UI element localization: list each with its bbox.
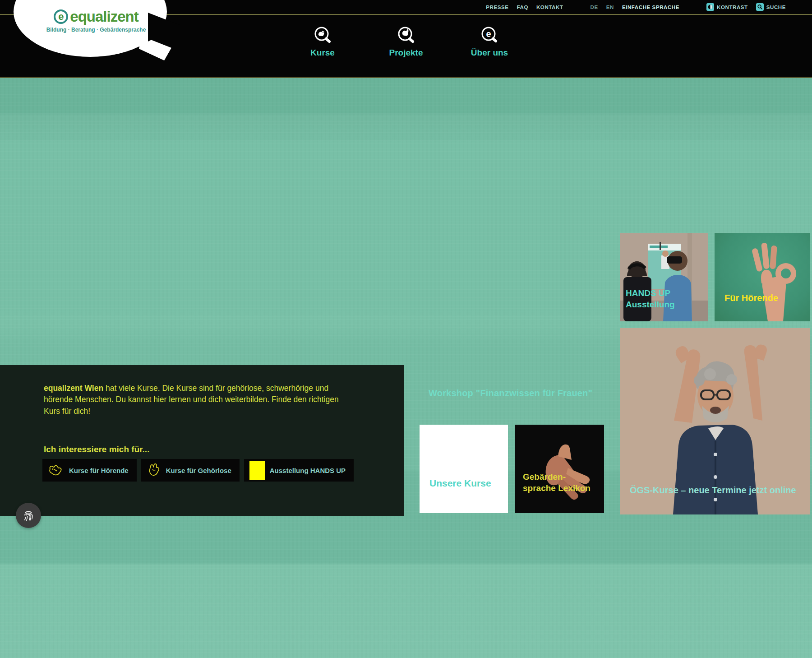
contrast-toggle[interactable]: KONTRAST	[706, 3, 748, 11]
nav-label-projekte: Projekte	[389, 48, 423, 58]
equalizent-homepage: PRESSE FAQ KONTAKT DE EN EINFACHE SPRACH…	[0, 0, 812, 658]
fingerprint-icon	[22, 509, 35, 522]
contrast-label: KONTRAST	[717, 5, 748, 10]
workshop-finanzwissen-link[interactable]: Workshop "Finanzwissen für Frauen"	[429, 388, 592, 399]
tile-label: Unsere Kurse	[429, 477, 491, 490]
header-divider-bottom	[0, 77, 812, 78]
filter-ausstellung-hands-up[interactable]: Ausstellung HANDS UP	[244, 459, 354, 482]
nav-item-projekte[interactable]: Projekte	[381, 26, 431, 58]
tile-label-line2: Ausstellung	[626, 299, 675, 310]
search-label: SUCHE	[766, 5, 786, 10]
yellow-square-icon	[249, 461, 265, 480]
tile-fuer-hoerende[interactable]: Für Hörende	[715, 233, 810, 321]
language-de[interactable]: DE	[591, 5, 598, 10]
tile-label: ÖGS-Kurse – neue Termine jetzt online	[630, 484, 796, 496]
hearing-hand-icon	[48, 463, 64, 477]
filter-label: Kurse für Hörende	[69, 467, 129, 474]
tile-gebaerdensprache-lexikon[interactable]: Gebärden- sprache Lexikon	[515, 425, 604, 513]
nav-label-kurse: Kurse	[310, 48, 335, 58]
intro-lead-bold: equalizent Wien	[44, 384, 103, 393]
interest-filter-row: Kurse für Hörende Kurse für Gehörlose Au…	[42, 459, 354, 482]
svg-text:e: e	[486, 29, 491, 39]
nav-label-ueber-uns: Über uns	[471, 48, 508, 58]
site-header: PRESSE FAQ KONTAKT DE EN EINFACHE SPRACH…	[0, 0, 812, 78]
utility-link-presse[interactable]: PRESSE	[486, 5, 508, 10]
intro-paragraph: equalizent Wien hat viele Kurse. Die Kur…	[44, 383, 339, 417]
tile-label-line1: Gebärden-	[523, 471, 591, 483]
filter-label: Kurse für Gehörlose	[166, 467, 231, 474]
intro-panel: equalizent Wien hat viele Kurse. Die Kur…	[0, 365, 404, 516]
utility-link-kontakt[interactable]: KONTAKT	[536, 5, 563, 10]
filter-kurse-fuer-gehoerlose[interactable]: Kurse für Gehörlose	[141, 459, 240, 482]
ok-hand-gesture-photo	[715, 233, 810, 321]
tile-label: Für Hörende	[724, 292, 778, 304]
main-navigation: Kurse Projekte e Über uns	[298, 26, 514, 58]
tile-label-line1: HANDS UP	[626, 287, 675, 299]
search-button[interactable]: SUCHE	[756, 3, 786, 11]
utility-link-faq[interactable]: FAQ	[517, 5, 528, 10]
tile-hands-up-ausstellung[interactable]: HANDS UP Ausstellung	[620, 233, 708, 321]
deaf-signing-hand-icon	[147, 463, 161, 478]
tile-label: Gebärden- sprache Lexikon	[523, 471, 591, 494]
logo-equalizent[interactable]: e equalizent Bildung · Beratung · Gebärd…	[13, 0, 175, 62]
filter-label: Ausstellung HANDS UP	[270, 467, 346, 474]
nav-item-ueber-uns[interactable]: e Über uns	[465, 26, 514, 58]
signing-hands-photo	[515, 425, 604, 513]
nav-item-kurse[interactable]: Kurse	[298, 26, 347, 58]
language-en[interactable]: EN	[606, 5, 614, 10]
projects-hand-icon	[397, 26, 415, 45]
logo-tagline: Bildung · Beratung · Gebärdensprache	[46, 27, 146, 33]
hero-section: equalizent Wien hat viele Kurse. Die Kur…	[0, 78, 812, 658]
filter-kurse-fuer-hoerende[interactable]: Kurse für Hörende	[42, 459, 137, 482]
tile-label-line2: sprache Lexikon	[523, 482, 591, 494]
tile-label: HANDS UP Ausstellung	[626, 287, 675, 310]
contrast-icon	[706, 3, 714, 11]
tile-unsere-kurse[interactable]: Unsere Kurse	[420, 425, 508, 513]
equalizent-e-icon: e	[480, 26, 499, 45]
logo-e-mark-icon: e	[54, 9, 68, 24]
tile-oegs-kurse[interactable]: ÖGS-Kurse – neue Termine jetzt online	[620, 328, 810, 514]
search-icon	[756, 3, 764, 11]
accessibility-fingerprint-button[interactable]	[16, 503, 41, 528]
interest-heading: Ich interessiere mich für...	[44, 445, 149, 454]
courses-signing-hands-icon	[313, 26, 332, 45]
logo-text-block: e equalizent Bildung · Beratung · Gebärd…	[40, 8, 152, 33]
language-einfache-sprache[interactable]: EINFACHE SPRACHE	[622, 5, 679, 10]
logo-brand-name: equalizent	[70, 8, 138, 25]
